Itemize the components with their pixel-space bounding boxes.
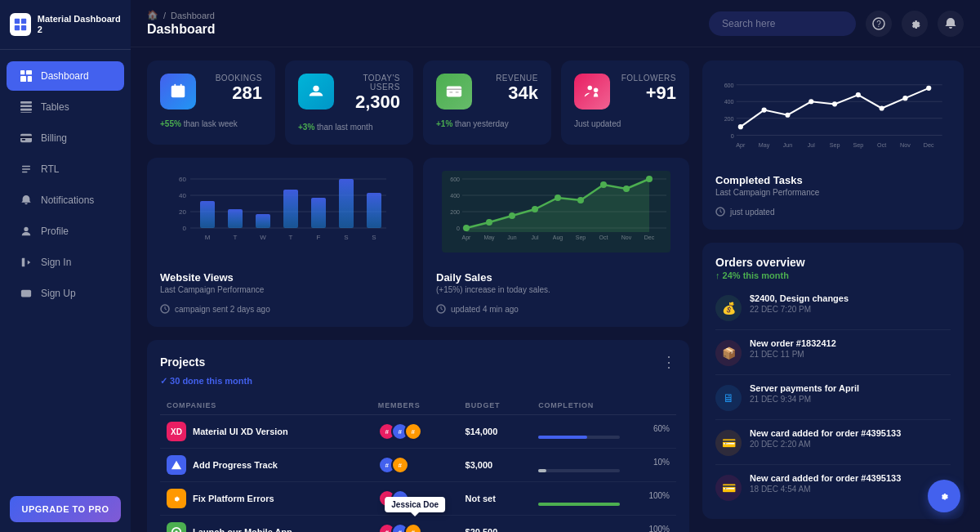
svg-text:Oct: Oct bbox=[599, 235, 608, 240]
projects-menu-icon[interactable]: ⋮ bbox=[662, 353, 676, 371]
svg-rect-5 bbox=[26, 70, 32, 74]
orders-list: 💰 $2400, Design changes 22 DEC 7:20 PM 📦… bbox=[715, 285, 951, 509]
projects-done-label: done this month bbox=[182, 376, 252, 386]
svg-text:600: 600 bbox=[724, 82, 734, 89]
svg-text:600: 600 bbox=[450, 177, 460, 182]
svg-text:Sep: Sep bbox=[830, 141, 840, 149]
sidebar-item-tables[interactable]: Tables bbox=[7, 92, 124, 122]
company-cell: Launch our Mobile App bbox=[160, 516, 372, 532]
signup-icon bbox=[20, 287, 33, 300]
svg-text:200: 200 bbox=[724, 115, 734, 123]
sidebar-item-signin[interactable]: Sign In bbox=[7, 248, 124, 277]
order-item: 💰 $2400, Design changes 22 DEC 7:20 PM bbox=[715, 285, 951, 330]
order-name: New card added for order #4395133 bbox=[750, 428, 951, 438]
sidebar-item-notifications[interactable]: Notifications bbox=[7, 186, 124, 215]
projects-subtitle: ✓ 30 done this month bbox=[160, 376, 676, 387]
sidebar-item-rtl[interactable]: RTL bbox=[7, 154, 124, 184]
svg-rect-10 bbox=[20, 109, 32, 111]
svg-text:Sep: Sep bbox=[576, 235, 586, 241]
page-title: Dashboard bbox=[147, 22, 216, 37]
followers-icon bbox=[574, 74, 610, 110]
svg-text:Nov: Nov bbox=[900, 141, 911, 149]
notifications-icon bbox=[20, 194, 33, 207]
followers-change: Just updated bbox=[574, 119, 676, 128]
svg-rect-39 bbox=[283, 190, 298, 228]
svg-rect-1 bbox=[21, 19, 26, 24]
table-row: Add Progress Track ## $3,000 10% bbox=[160, 449, 676, 482]
website-views-card: 60 40 20 0 M T bbox=[147, 158, 413, 327]
settings-icon-button[interactable] bbox=[902, 11, 928, 37]
svg-point-94 bbox=[808, 99, 813, 104]
sidebar-footer: UPGRADE TO PRO bbox=[0, 486, 131, 532]
order-dot: 🖥 bbox=[715, 385, 742, 411]
sidebar-item-tables-label: Tables bbox=[41, 101, 69, 113]
breadcrumb: 🏠 / Dashboard Dashboard bbox=[147, 10, 216, 37]
sidebar-item-signup-label: Sign Up bbox=[41, 288, 76, 299]
svg-text:F: F bbox=[317, 234, 321, 241]
settings-fab[interactable] bbox=[928, 480, 960, 512]
completed-tasks-chart: 600 400 200 0 Apr bbox=[715, 74, 951, 172]
order-dot: 📦 bbox=[715, 340, 742, 366]
col-budget: BUDGET bbox=[459, 396, 532, 415]
bookings-label: Bookings bbox=[216, 74, 262, 83]
revenue-icon bbox=[436, 74, 472, 110]
profile-icon bbox=[20, 225, 33, 238]
svg-rect-2 bbox=[15, 25, 20, 30]
help-icon-button[interactable]: ? bbox=[866, 11, 892, 37]
search-input[interactable] bbox=[709, 11, 856, 36]
svg-text:May: May bbox=[483, 235, 495, 241]
notifications-bell-button[interactable] bbox=[938, 11, 964, 37]
svg-text:May: May bbox=[759, 141, 770, 149]
svg-point-24 bbox=[313, 86, 318, 92]
svg-point-91 bbox=[738, 124, 743, 129]
order-date: 21 DEC 9:34 PM bbox=[750, 395, 951, 404]
svg-point-67 bbox=[600, 181, 607, 188]
sidebar-item-rtl-label: RTL bbox=[41, 163, 59, 175]
completion-cell: 100% bbox=[532, 516, 676, 532]
svg-text:W: W bbox=[260, 234, 266, 241]
revenue-value: 34k bbox=[496, 83, 538, 104]
orders-subtitle: ↑ 24% this month bbox=[715, 270, 951, 280]
svg-text:S: S bbox=[372, 234, 376, 241]
table-row: Launch our Mobile App ###Jessica Doe $20… bbox=[160, 516, 676, 532]
members-cell: ###Jessica Doe bbox=[372, 516, 459, 532]
completion-cell: 100% bbox=[532, 482, 676, 516]
members-cell: ### bbox=[372, 415, 459, 449]
sidebar-item-dashboard[interactable]: Dashboard bbox=[7, 61, 124, 91]
completed-tasks-footer: just updated bbox=[715, 207, 951, 217]
table-row: XD Material UI XD Version ### $14,000 60… bbox=[160, 415, 676, 449]
svg-text:Sep: Sep bbox=[853, 141, 863, 149]
sidebar-item-profile[interactable]: Profile bbox=[7, 217, 124, 246]
completed-tasks-footer-text: just updated bbox=[730, 208, 775, 217]
svg-text:Aug: Aug bbox=[553, 235, 564, 241]
company-cell: XD Material UI XD Version bbox=[160, 415, 372, 449]
orders-change-label: this month bbox=[743, 270, 789, 280]
completed-tasks-card: 600 400 200 0 Apr bbox=[702, 60, 964, 230]
sidebar-item-signin-label: Sign In bbox=[41, 257, 71, 268]
upgrade-button[interactable]: UPGRADE TO PRO bbox=[10, 496, 121, 522]
company-cell: Fix Platform Errors bbox=[160, 482, 372, 516]
sidebar-item-profile-label: Profile bbox=[41, 226, 69, 237]
sidebar-item-signup[interactable]: Sign Up bbox=[7, 279, 124, 308]
svg-rect-4 bbox=[20, 70, 24, 74]
company-name: Add Progress Track bbox=[193, 460, 278, 470]
svg-point-15 bbox=[24, 227, 28, 231]
order-dot: 💰 bbox=[715, 295, 742, 321]
order-info: $2400, Design changes 22 DEC 7:20 PM bbox=[750, 293, 951, 314]
svg-text:400: 400 bbox=[450, 193, 460, 199]
stat-card-followers: Followers +91 Just updated bbox=[561, 60, 689, 145]
svg-point-95 bbox=[832, 101, 837, 106]
order-info: New order #1832412 21 DEC 11 PM bbox=[750, 338, 951, 359]
signin-icon bbox=[20, 256, 33, 269]
svg-rect-9 bbox=[20, 105, 32, 107]
svg-rect-41 bbox=[339, 179, 354, 228]
sidebar-nav: Dashboard Tables Billing RTL Notificatio… bbox=[0, 50, 131, 486]
svg-rect-16 bbox=[21, 290, 31, 297]
svg-point-69 bbox=[646, 176, 653, 182]
sidebar-item-billing[interactable]: Billing bbox=[7, 123, 124, 153]
users-label: Today's Users bbox=[334, 74, 400, 92]
daily-sales-card: 600 400 200 0 bbox=[423, 158, 689, 327]
stat-card-bookings: Bookings 281 +55% than lask week bbox=[147, 60, 275, 145]
projects-card: Projects ⋮ ✓ 30 done this month COMPANIE… bbox=[147, 340, 689, 532]
sidebar-item-billing-label: Billing bbox=[41, 132, 67, 144]
